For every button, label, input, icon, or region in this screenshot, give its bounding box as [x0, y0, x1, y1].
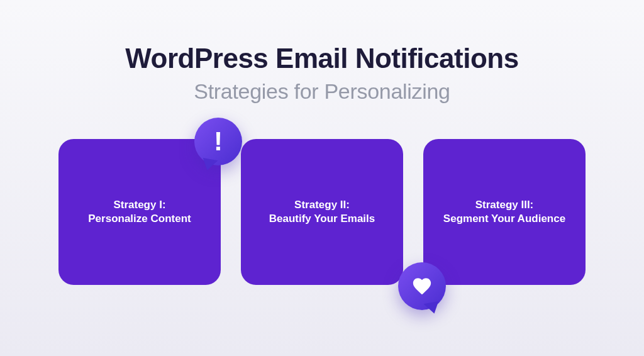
exclamation-bubble-icon: ! — [194, 118, 242, 165]
bubble-tail — [424, 301, 441, 315]
card-label: Strategy II: — [294, 198, 350, 212]
exclamation-icon: ! — [214, 128, 223, 155]
slide-container: WordPress Email Notifications Strategies… — [0, 0, 644, 356]
card-text: Segment Your Audience — [443, 212, 565, 226]
card-text: Personalize Content — [88, 212, 191, 226]
card-text: Beautify Your Emails — [269, 212, 375, 226]
strategy-card-3: Strategy III: Segment Your Audience — [423, 139, 586, 285]
strategy-card-2: Strategy II: Beautify Your Emails — [241, 139, 403, 285]
strategy-cards-row: ! Strategy I: Personalize Content Strate… — [58, 139, 586, 285]
heart-bubble-icon — [398, 262, 446, 310]
card-label: Strategy III: — [475, 198, 534, 212]
strategy-card-1: ! Strategy I: Personalize Content — [58, 139, 221, 285]
heart-icon — [411, 275, 433, 297]
page-subtitle: Strategies for Personalizing — [194, 79, 450, 104]
page-title: WordPress Email Notifications — [125, 43, 518, 74]
bubble-tail — [201, 158, 218, 172]
card-label: Strategy I: — [113, 198, 165, 212]
